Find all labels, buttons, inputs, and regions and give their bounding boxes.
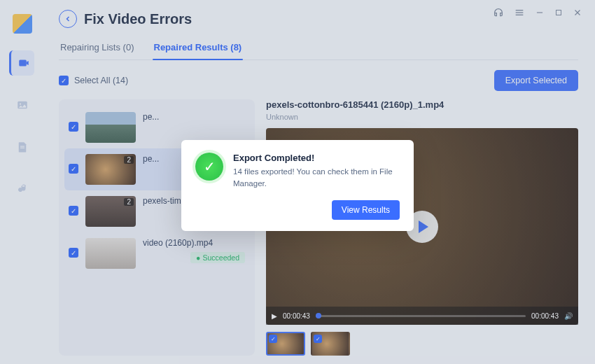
- dialog-title: Export Completed!: [233, 153, 400, 163]
- modal-overlay[interactable]: ✓ Export Completed! 14 files exported! Y…: [0, 0, 595, 364]
- dialog-message: 14 files exported! You can check them in…: [233, 166, 400, 190]
- success-check-icon: ✓: [195, 153, 223, 181]
- export-complete-dialog: ✓ Export Completed! 14 files exported! Y…: [181, 140, 414, 231]
- view-results-button[interactable]: View Results: [332, 200, 400, 220]
